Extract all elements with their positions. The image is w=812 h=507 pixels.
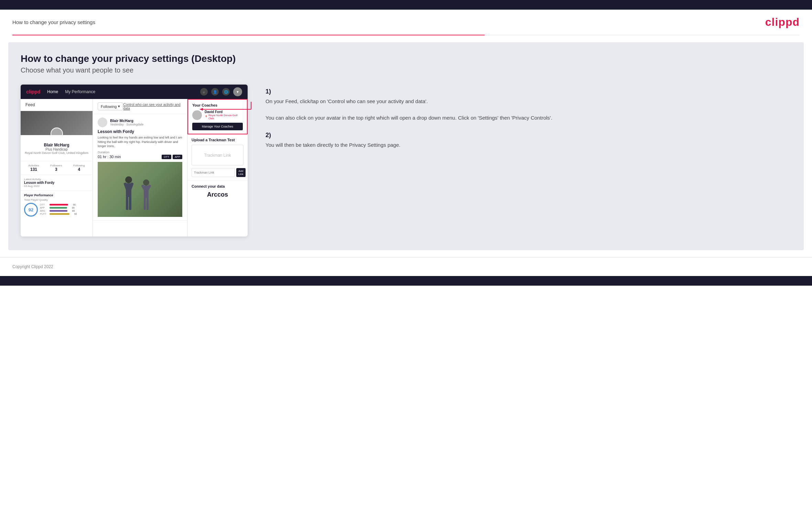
coaches-title: Your Coaches (192, 103, 243, 107)
trackman-input[interactable] (192, 168, 235, 177)
arccos-logo: Arccos (192, 191, 243, 198)
coach-name: David Ford (205, 110, 243, 114)
following-button[interactable]: Following ▾ (98, 102, 123, 110)
stat-following: Following 4 (73, 164, 85, 172)
header: How to change your privacy settings clip… (0, 10, 812, 35)
trackman-title: Upload a Trackman Test (192, 138, 243, 142)
globe-icon[interactable]: 🌐 (222, 88, 230, 96)
bottom-bar (0, 276, 812, 286)
profile-handicap: Plus Handicap (24, 147, 89, 151)
svg-rect-11 (147, 197, 149, 210)
bar-value: 86 (69, 210, 75, 212)
app-sidebar: Feed Blair McHarg Plus Handicap Royal No… (21, 99, 93, 236)
profile-banner (21, 111, 93, 135)
search-icon[interactable]: ⌕ (200, 88, 208, 96)
golfer-svg-2 (138, 179, 155, 217)
top-bar (0, 0, 812, 10)
following-label: Following (101, 104, 117, 109)
post-author-info: Blair McHarg Yesterday · Sunningdale (110, 119, 143, 126)
profile-club: Royal North Devon Golf Club, United King… (24, 151, 89, 155)
coaches-section: Your Coaches David Ford 📍 Royal North De… (187, 99, 248, 134)
manage-coaches-button[interactable]: Manage Your Coaches (192, 123, 243, 130)
instructions-panel: 1) On your Feed, click/tap on 'Control w… (259, 85, 791, 162)
bar-label: OTT (40, 203, 48, 206)
following-value: 4 (73, 167, 85, 172)
followers-value: 3 (50, 167, 62, 172)
add-link-button[interactable]: Add Link (236, 168, 246, 177)
post-author-name: Blair McHarg (110, 119, 143, 123)
trackman-input-row: Add Link (192, 168, 243, 177)
quality-bar-row: OTT90 (40, 203, 89, 206)
bar-fill (50, 213, 69, 215)
main-heading: How to change your privacy settings (Des… (21, 53, 791, 64)
latest-activity-section: Latest Activity Lesson with Fordy 03 Aug… (21, 175, 93, 190)
post-title: Lesson with Fordy (98, 129, 182, 134)
post-header: Blair McHarg Yesterday · Sunningdale (98, 118, 182, 127)
instruction-1-text: On your Feed, click/tap on 'Control who … (266, 97, 784, 122)
user-avatar[interactable]: ▼ (233, 87, 242, 96)
stats-row: Activities 131 Followers 3 Following 4 (21, 161, 93, 175)
stat-activities: Activities 131 (28, 164, 39, 172)
bar-value: 96 (71, 213, 77, 215)
app-body: Feed Blair McHarg Plus Handicap Royal No… (21, 99, 248, 236)
instruction-1-number: 1) (266, 88, 784, 95)
header-title: How to change your privacy settings (12, 19, 95, 25)
profile-avatar (51, 128, 63, 135)
instruction-1: 1) On your Feed, click/tap on 'Control w… (266, 88, 784, 122)
coach-row: David Ford 📍 Royal North Devon Golf Club (192, 110, 243, 120)
bar-value: 85 (68, 207, 75, 209)
app-badge: APP (173, 155, 182, 159)
trackman-placeholder: Trackman Link (204, 153, 231, 158)
duration-value: 01 hr : 30 min (98, 155, 121, 159)
feed-tab[interactable]: Feed (21, 99, 93, 111)
quality-bar-row: PUTT96 (40, 213, 89, 215)
footer: Copyright Clippd 2022 (0, 257, 812, 276)
duration-label: Duration (98, 151, 182, 154)
app-mockup-wrapper: clippd Home My Performance ⌕ 👤 🌐 ▼ (21, 85, 248, 236)
following-label: Following (73, 164, 85, 167)
control-privacy-link[interactable]: Control who can see your activity and da… (123, 103, 182, 110)
bar-fill (50, 207, 67, 209)
quality-circle: 92 (24, 203, 38, 217)
quality-bar-row: ARG86 (40, 210, 89, 212)
player-performance-section: Player Performance Total Player Quality … (21, 190, 93, 219)
post-item: Blair McHarg Yesterday · Sunningdale Les… (93, 114, 187, 221)
svg-point-6 (143, 179, 149, 186)
app-nav-performance[interactable]: My Performance (65, 89, 95, 94)
svg-rect-10 (144, 197, 146, 210)
latest-activity-value: Lesson with Fordy (24, 181, 89, 185)
person-icon[interactable]: 👤 (211, 88, 219, 96)
app-feed: Following ▾ Control who can see your act… (93, 99, 187, 236)
content-row: clippd Home My Performance ⌕ 👤 🌐 ▼ (21, 85, 791, 236)
bar-label: PUTT (40, 213, 48, 215)
main-subheading: Choose what you want people to see (21, 66, 791, 74)
bar-label: APP (40, 207, 48, 209)
followers-label: Followers (50, 164, 62, 167)
location-icon: 📍 (205, 115, 208, 118)
chevron-down-icon: ▾ (118, 104, 120, 109)
svg-rect-5 (129, 196, 131, 210)
trackman-section: Upload a Trackman Test Trackman Link Add… (187, 134, 248, 181)
ott-badge: OTT (162, 155, 171, 159)
header-divider (12, 35, 800, 35)
app-nav-home[interactable]: Home (47, 89, 58, 94)
feed-header: Following ▾ Control who can see your act… (93, 99, 187, 114)
profile-name: Blair McHarg (24, 143, 89, 147)
coach-club: Royal North Devon Golf Club (208, 114, 243, 120)
profile-info: Blair McHarg Plus Handicap Royal North D… (21, 135, 93, 161)
app-right-sidebar: Your Coaches David Ford 📍 Royal North De… (187, 99, 248, 236)
trackman-link-box: Trackman Link (192, 145, 243, 165)
instruction-2: 2) You will then be taken directly to th… (266, 132, 784, 149)
latest-activity-label: Latest Activity (24, 178, 89, 181)
badges: OTT APP (162, 155, 182, 159)
post-date: Yesterday · Sunningdale (110, 123, 143, 126)
quality-bar-row: APP85 (40, 207, 89, 209)
quality-label: Total Player Quality (24, 198, 89, 201)
instruction-2-number: 2) (266, 132, 784, 139)
coach-info: David Ford 📍 Royal North Devon Golf Club (205, 110, 243, 120)
app-nav-icons: ⌕ 👤 🌐 ▼ (200, 87, 242, 96)
duration-row: 01 hr : 30 min OTT APP (98, 155, 182, 159)
bar-value: 90 (69, 203, 76, 206)
main-content: How to change your privacy settings (Des… (8, 42, 804, 250)
connect-section: Connect your data Arccos (187, 181, 248, 202)
